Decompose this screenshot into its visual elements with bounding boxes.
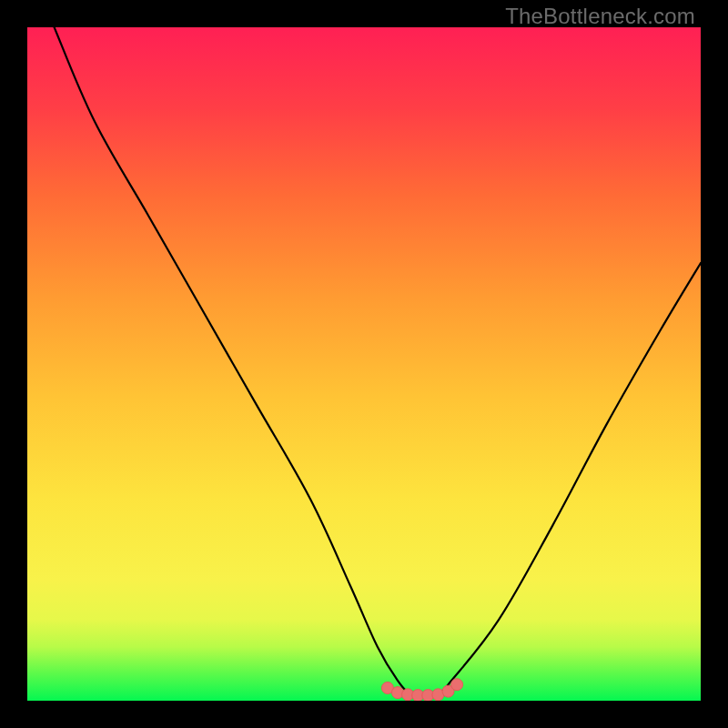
- plot-area: [27, 27, 701, 701]
- curve-layer: [27, 27, 701, 701]
- bottleneck-curve: [55, 27, 701, 695]
- marker-dot: [451, 679, 463, 691]
- chart-frame: TheBottleneck.com: [0, 0, 728, 728]
- watermark-text: TheBottleneck.com: [505, 4, 695, 29]
